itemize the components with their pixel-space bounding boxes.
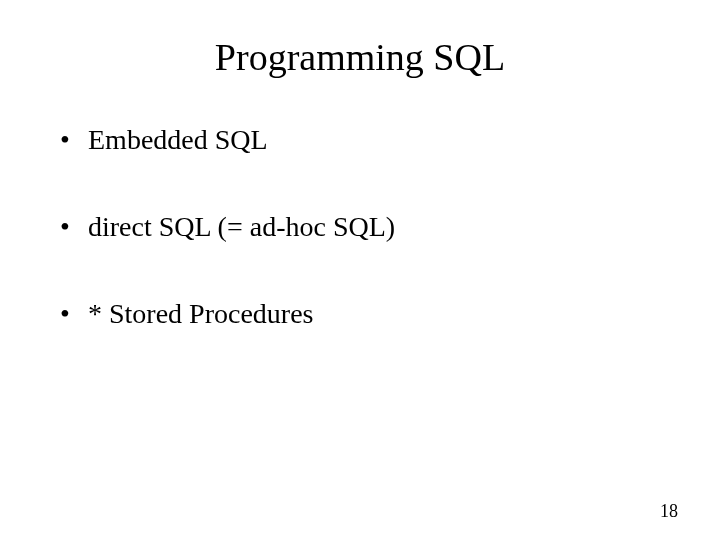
bullet-list: Embedded SQL direct SQL (= ad-hoc SQL) *…	[60, 124, 660, 330]
slide-title: Programming SQL	[60, 35, 660, 79]
list-item: Embedded SQL	[60, 124, 660, 156]
list-item: direct SQL (= ad-hoc SQL)	[60, 211, 660, 243]
page-number: 18	[660, 501, 678, 522]
list-item: * Stored Procedures	[60, 298, 660, 330]
